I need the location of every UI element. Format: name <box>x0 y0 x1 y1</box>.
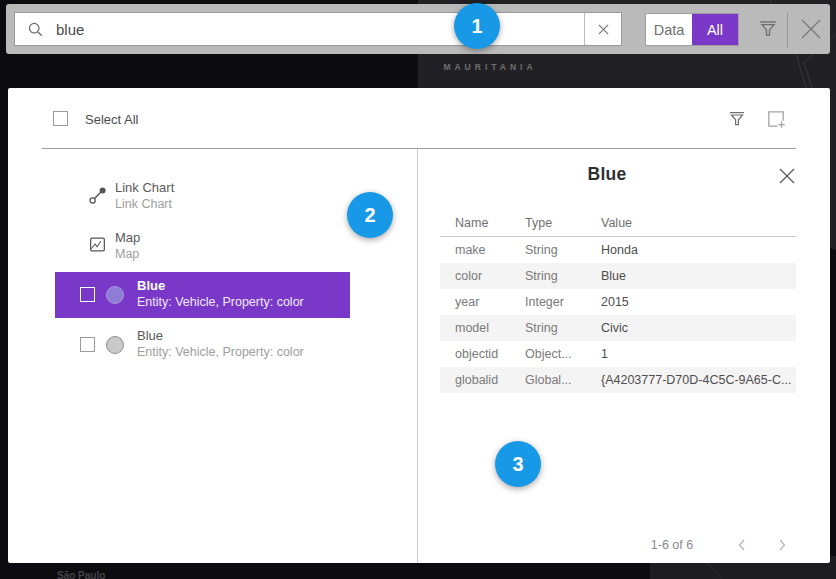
item-checkbox[interactable] <box>80 287 95 302</box>
table-row: globalid Global... {A4203777-D70D-4C5C-9… <box>440 367 796 393</box>
cell-name: globalid <box>440 373 525 387</box>
column-header-name: Name <box>440 216 525 230</box>
detail-title: Blue <box>418 164 796 185</box>
search-bar: Data All <box>6 4 830 54</box>
cell-type: String <box>525 321 601 335</box>
table-row: year Integer 2015 <box>440 289 796 315</box>
select-all-label: Select All <box>85 112 138 127</box>
pagination-prev-button[interactable] <box>731 534 753 556</box>
scope-toggle: Data All <box>645 13 739 46</box>
column-header-type: Type <box>525 216 601 230</box>
table-row: objectid Object... 1 <box>440 341 796 367</box>
cell-type: String <box>525 243 601 257</box>
topbar-divider <box>787 12 788 48</box>
add-window-icon <box>765 108 787 130</box>
list-item-title: Map <box>115 230 140 246</box>
toggle-option-all[interactable]: All <box>692 14 738 45</box>
column-header-value: Value <box>601 216 796 230</box>
cell-value: 1 <box>601 347 796 361</box>
list-item-title: Blue <box>137 328 304 344</box>
close-search-button[interactable] <box>797 15 825 43</box>
map-label-sao-paulo: São Paulo <box>57 570 105 579</box>
cell-value: {A4203777-D70D-4C5C-9A65-C... <box>601 373 796 387</box>
link-chart-icon <box>88 185 108 205</box>
list-item-blue[interactable]: Blue Entity: Vehicle, Property: color <box>55 322 350 368</box>
item-checkbox[interactable] <box>80 337 95 352</box>
clear-icon <box>597 23 610 36</box>
list-item-blue-selected[interactable]: Blue Entity: Vehicle, Property: color <box>55 272 350 318</box>
toggle-option-data[interactable]: Data <box>646 14 692 45</box>
search-input[interactable] <box>54 20 584 39</box>
table-header: Name Type Value <box>440 210 796 236</box>
list-item-subtitle: Link Chart <box>115 196 174 212</box>
cell-type: Object... <box>525 347 601 361</box>
header-divider <box>42 148 796 149</box>
search-field[interactable] <box>14 12 622 46</box>
entity-circle-icon <box>106 286 124 304</box>
list-item-title: Link Chart <box>115 180 174 196</box>
cell-type: Global... <box>525 373 601 387</box>
filter-icon <box>757 18 779 40</box>
cell-name: color <box>440 269 525 283</box>
panel-filter-button[interactable] <box>726 108 748 130</box>
map-label-mauritania: MAURITANIA <box>443 62 536 72</box>
cell-value: Blue <box>601 269 796 283</box>
chevron-left-icon <box>735 538 749 552</box>
search-icon <box>27 21 44 38</box>
annotation-badge-2: 2 <box>347 192 393 238</box>
filter-button[interactable] <box>755 16 781 42</box>
select-all-checkbox[interactable] <box>53 111 68 126</box>
table-row: model String Civic <box>440 315 796 341</box>
add-to-new-window-button[interactable] <box>764 107 788 131</box>
table-row: color String Blue <box>440 263 796 289</box>
cell-type: String <box>525 269 601 283</box>
filter-icon <box>727 109 747 129</box>
cell-value: Honda <box>601 243 796 257</box>
list-item-link-chart[interactable]: Link Chart Link Chart <box>55 174 350 220</box>
cell-value: 2015 <box>601 295 796 309</box>
close-icon <box>778 167 796 185</box>
list-item-title: Blue <box>137 278 304 294</box>
cell-value: Civic <box>601 321 796 335</box>
list-item-subtitle: Entity: Vehicle, Property: color <box>137 344 304 360</box>
annotation-badge-1: 1 <box>454 3 500 49</box>
list-item-map[interactable]: Map Map <box>55 224 350 270</box>
list-item-subtitle: Map <box>115 246 140 262</box>
clear-search-button[interactable] <box>585 13 621 45</box>
attribute-table: Name Type Value make String Honda color … <box>440 210 796 393</box>
list-item-subtitle: Entity: Vehicle, Property: color <box>137 294 304 310</box>
table-row: make String Honda <box>440 237 796 263</box>
pagination-next-button[interactable] <box>771 534 793 556</box>
cell-name: model <box>440 321 525 335</box>
close-detail-button[interactable] <box>776 165 798 187</box>
cell-name: objectid <box>440 347 525 361</box>
annotation-badge-3: 3 <box>495 441 541 487</box>
list-detail-divider <box>417 149 418 563</box>
cell-name: make <box>440 243 525 257</box>
cell-name: year <box>440 295 525 309</box>
map-icon <box>88 235 107 254</box>
results-panel: Select All Link Chart <box>8 88 830 563</box>
close-icon <box>798 16 824 42</box>
pagination-label: 1-6 of 6 <box>602 538 742 552</box>
chevron-right-icon <box>775 538 789 552</box>
entity-circle-icon <box>106 336 124 354</box>
cell-type: Integer <box>525 295 601 309</box>
